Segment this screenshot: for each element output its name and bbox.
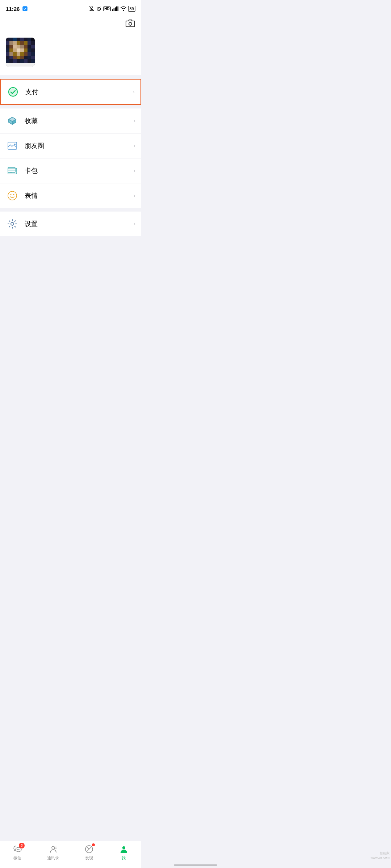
svg-rect-12 <box>17 38 20 41</box>
svg-point-75 <box>13 194 14 195</box>
favorites-chevron: › <box>134 118 135 124</box>
svg-rect-15 <box>28 38 31 41</box>
svg-rect-6 <box>117 7 118 11</box>
svg-rect-39 <box>28 48 31 52</box>
wifi-icon <box>120 6 127 11</box>
svg-rect-40 <box>31 48 35 52</box>
favorites-menu-item[interactable]: 收藏 › <box>0 109 141 133</box>
svg-rect-13 <box>20 38 24 41</box>
moments-chevron: › <box>134 142 135 149</box>
gap-2 <box>0 208 141 212</box>
moments-menu-item[interactable]: 朋友圈 › <box>0 133 141 158</box>
svg-rect-34 <box>9 48 13 52</box>
svg-rect-56 <box>31 56 35 59</box>
svg-rect-60 <box>17 59 20 63</box>
signal-icon <box>112 6 119 11</box>
svg-rect-45 <box>20 52 24 56</box>
cards-icon <box>6 164 19 177</box>
svg-rect-37 <box>20 48 24 52</box>
svg-rect-7 <box>126 21 135 27</box>
svg-rect-28 <box>17 45 20 48</box>
svg-point-66 <box>8 87 18 97</box>
svg-rect-3 <box>113 8 114 11</box>
payment-icon <box>7 85 20 98</box>
svg-rect-14 <box>24 38 28 41</box>
settings-section: 设置 › <box>0 212 141 236</box>
svg-rect-10 <box>9 38 13 41</box>
svg-point-73 <box>8 191 17 200</box>
svg-rect-53 <box>20 56 24 59</box>
svg-rect-19 <box>13 41 17 45</box>
svg-rect-4 <box>115 7 116 11</box>
svg-point-8 <box>129 22 132 25</box>
svg-rect-29 <box>20 45 24 48</box>
alarm-icon <box>96 6 102 12</box>
avatar[interactable] <box>6 38 35 67</box>
status-icons: HD 89 <box>89 6 135 12</box>
mute-icon <box>89 6 94 12</box>
svg-rect-50 <box>9 56 13 59</box>
svg-rect-42 <box>9 52 13 56</box>
section-separator <box>0 75 141 79</box>
hd-badge: HD <box>103 7 110 11</box>
svg-rect-49 <box>6 56 9 59</box>
svg-rect-0 <box>23 6 28 11</box>
stickers-menu-item[interactable]: 表情 › <box>0 183 141 208</box>
svg-rect-51 <box>13 56 17 59</box>
cards-label: 卡包 <box>25 166 134 175</box>
svg-rect-11 <box>13 38 17 41</box>
svg-rect-36 <box>17 48 20 52</box>
notification-icon <box>22 5 28 12</box>
gap-1 <box>0 105 141 109</box>
svg-rect-9 <box>6 38 9 41</box>
svg-rect-46 <box>24 52 28 56</box>
cards-chevron: › <box>134 167 135 174</box>
moments-icon <box>6 139 19 152</box>
settings-chevron: › <box>134 221 135 227</box>
svg-rect-38 <box>24 48 28 52</box>
favorites-label: 收藏 <box>25 116 134 125</box>
svg-rect-20 <box>17 41 20 45</box>
settings-icon <box>6 217 19 230</box>
svg-rect-62 <box>24 59 28 63</box>
svg-rect-43 <box>13 52 17 56</box>
settings-menu-item[interactable]: 设置 › <box>0 212 141 236</box>
svg-point-69 <box>14 144 16 145</box>
payment-chevron: › <box>133 89 135 95</box>
svg-rect-35 <box>13 48 17 52</box>
camera-button[interactable] <box>125 19 135 29</box>
status-time: 11:26 <box>6 6 20 12</box>
payment-section: 支付 › <box>0 79 141 105</box>
svg-rect-47 <box>28 52 31 56</box>
svg-rect-59 <box>13 59 17 63</box>
payment-menu-item[interactable]: 支付 › <box>1 80 140 104</box>
camera-icon <box>125 19 135 27</box>
stickers-label: 表情 <box>25 191 134 200</box>
main-menu-section: 收藏 › 朋友圈 › <box>0 109 141 208</box>
gray-area <box>0 236 141 345</box>
svg-rect-17 <box>6 41 9 45</box>
svg-rect-27 <box>13 45 17 48</box>
svg-rect-64 <box>31 59 35 63</box>
svg-rect-41 <box>6 52 9 56</box>
svg-rect-44 <box>17 52 20 56</box>
svg-rect-58 <box>9 59 13 63</box>
svg-rect-48 <box>31 52 35 56</box>
stickers-chevron: › <box>134 192 135 199</box>
svg-rect-24 <box>31 41 35 45</box>
svg-rect-25 <box>6 45 9 48</box>
svg-rect-22 <box>24 41 28 45</box>
stickers-icon <box>6 189 19 202</box>
cards-menu-item[interactable]: 卡包 › <box>0 158 141 183</box>
svg-rect-2 <box>112 9 113 11</box>
header-area <box>0 16 141 33</box>
settings-label: 设置 <box>25 220 134 228</box>
svg-rect-52 <box>17 56 20 59</box>
svg-rect-23 <box>28 41 31 45</box>
svg-rect-65 <box>6 63 35 67</box>
svg-rect-26 <box>9 45 13 48</box>
status-bar: 11:26 HD <box>0 0 141 16</box>
svg-rect-30 <box>24 45 28 48</box>
svg-rect-33 <box>6 48 9 52</box>
svg-rect-18 <box>9 41 13 45</box>
